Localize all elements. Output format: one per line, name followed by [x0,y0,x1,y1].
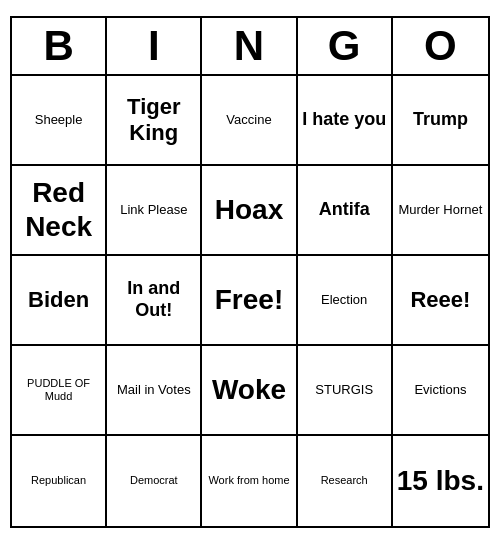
bingo-header: B I N G O [12,18,488,76]
bingo-cell-13[interactable]: Election [298,256,393,346]
bingo-cell-0[interactable]: Sheeple [12,76,107,166]
bingo-cell-3[interactable]: I hate you [298,76,393,166]
bingo-cell-12[interactable]: Free! [202,256,297,346]
header-n: N [202,18,297,74]
header-g: G [298,18,393,74]
bingo-cell-19[interactable]: Evictions [393,346,488,436]
header-b: B [12,18,107,74]
bingo-card: B I N G O SheepleTiger KingVaccineI hate… [10,16,490,528]
bingo-cell-22[interactable]: Work from home [202,436,297,526]
bingo-cell-9[interactable]: Murder Hornet [393,166,488,256]
bingo-cell-1[interactable]: Tiger King [107,76,202,166]
bingo-cell-5[interactable]: Red Neck [12,166,107,256]
header-o: O [393,18,488,74]
bingo-cell-7[interactable]: Hoax [202,166,297,256]
bingo-cell-6[interactable]: Link Please [107,166,202,256]
bingo-cell-14[interactable]: Reee! [393,256,488,346]
bingo-cell-11[interactable]: In and Out! [107,256,202,346]
bingo-cell-2[interactable]: Vaccine [202,76,297,166]
bingo-cell-23[interactable]: Research [298,436,393,526]
bingo-cell-20[interactable]: Republican [12,436,107,526]
bingo-cell-4[interactable]: Trump [393,76,488,166]
bingo-grid: SheepleTiger KingVaccineI hate youTrumpR… [12,76,488,526]
bingo-cell-10[interactable]: Biden [12,256,107,346]
bingo-cell-16[interactable]: Mail in Votes [107,346,202,436]
bingo-cell-24[interactable]: 15 lbs. [393,436,488,526]
bingo-cell-17[interactable]: Woke [202,346,297,436]
bingo-cell-21[interactable]: Democrat [107,436,202,526]
bingo-cell-18[interactable]: STURGIS [298,346,393,436]
bingo-cell-15[interactable]: PUDDLE OF Mudd [12,346,107,436]
bingo-cell-8[interactable]: Antifa [298,166,393,256]
header-i: I [107,18,202,74]
